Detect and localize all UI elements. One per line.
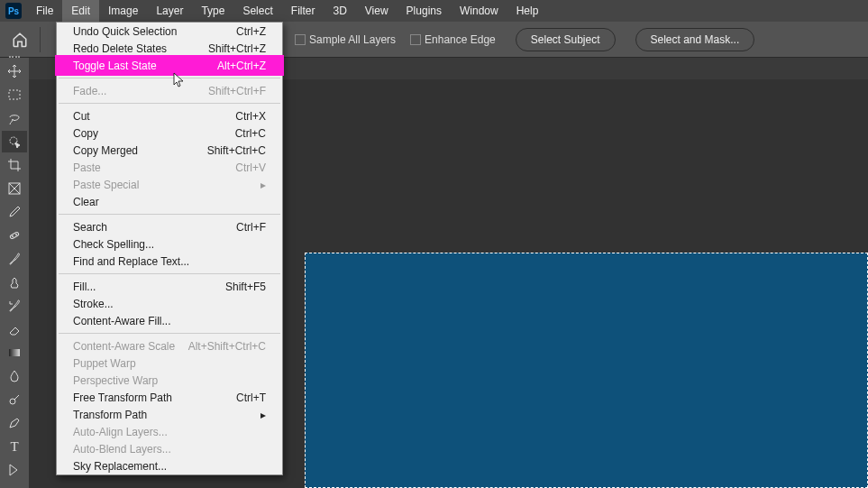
menu-3d[interactable]: 3D: [324, 0, 355, 22]
menu-window[interactable]: Window: [451, 0, 507, 22]
tool-clone[interactable]: [2, 272, 27, 293]
tool-eyedropper[interactable]: [2, 201, 27, 223]
tool-move[interactable]: [2, 60, 27, 82]
edit-menu-item[interactable]: Undo Quick SelectionCtrl+Z: [57, 23, 282, 40]
menu-item-label: Redo Delete States: [73, 42, 167, 55]
menu-select[interactable]: Select: [233, 0, 281, 22]
menu-separator: [59, 273, 280, 274]
edit-menu-item[interactable]: Check Spelling...: [57, 235, 282, 253]
menu-item-label: Stroke...: [73, 298, 114, 310]
tool-blur[interactable]: [2, 365, 27, 387]
tool-path[interactable]: [2, 459, 27, 481]
menu-item-label: Fade...: [73, 85, 106, 97]
submenu-arrow-icon: ▸: [260, 179, 266, 191]
tool-marquee[interactable]: [2, 84, 27, 106]
canvas-selection[interactable]: [305, 253, 868, 488]
edit-menu-item[interactable]: Stroke...: [57, 295, 282, 312]
edit-menu-item[interactable]: Toggle Last StateAlt+Ctrl+Z: [57, 57, 282, 74]
tool-brush[interactable]: [2, 248, 27, 270]
menu-file[interactable]: File: [27, 0, 62, 22]
menu-item-label: Paste Special: [73, 179, 139, 191]
submenu-arrow-icon: ▸: [260, 409, 266, 421]
svg-rect-3: [10, 232, 20, 239]
menu-item-label: Perspective Warp: [73, 374, 158, 387]
enhance-edge-checkbox[interactable]: Enhance Edge: [410, 33, 496, 46]
menu-item-label: Search: [73, 221, 107, 234]
tool-dodge[interactable]: [2, 389, 27, 410]
menu-item-label: Cut: [73, 110, 90, 123]
edit-menu-item[interactable]: SearchCtrl+F: [57, 218, 282, 235]
edit-menu-item[interactable]: Redo Delete StatesShift+Ctrl+Z: [57, 40, 282, 57]
menu-edit[interactable]: Edit: [62, 0, 99, 22]
type-icon: T: [10, 439, 18, 455]
menu-item-label: Undo Quick Selection: [73, 25, 177, 38]
edit-menu-item[interactable]: Free Transform PathCtrl+T: [57, 389, 282, 406]
menu-item-label: Sky Replacement...: [73, 460, 167, 473]
menu-item-shortcut: Shift+Ctrl+F: [208, 85, 266, 97]
edit-menu-item: Content-Aware ScaleAlt+Shift+Ctrl+C: [57, 337, 282, 354]
edit-menu-item[interactable]: CopyCtrl+C: [57, 124, 282, 142]
sample-all-layers-label: Sample All Layers: [309, 33, 396, 46]
menu-separator: [59, 333, 280, 334]
svg-rect-0: [9, 90, 20, 99]
menu-filter[interactable]: Filter: [282, 0, 324, 22]
menu-item-label: Toggle Last State: [73, 60, 157, 72]
tool-gradient[interactable]: [2, 342, 27, 364]
sample-all-layers-checkbox[interactable]: Sample All Layers: [295, 33, 396, 46]
menu-plugins[interactable]: Plugins: [397, 0, 451, 22]
edit-menu-item[interactable]: Copy MergedShift+Ctrl+C: [57, 142, 282, 159]
menu-item-shortcut: Shift+F5: [225, 281, 266, 293]
tool-pen[interactable]: [2, 412, 27, 434]
edit-menu-item: Perspective Warp: [57, 372, 282, 389]
tool-eraser[interactable]: [2, 318, 27, 340]
menu-view[interactable]: View: [356, 0, 397, 22]
enhance-edge-label: Enhance Edge: [425, 33, 496, 46]
edit-menu-item[interactable]: Content-Aware Fill...: [57, 312, 282, 329]
menu-item-label: Content-Aware Scale: [73, 340, 175, 353]
home-button[interactable]: [7, 27, 32, 52]
tool-crop[interactable]: [2, 154, 27, 176]
edit-menu-item[interactable]: Clear: [57, 193, 282, 210]
edit-menu-item: Auto-Align Layers...: [57, 423, 282, 440]
edit-menu-item: Paste Special▸: [57, 176, 282, 193]
select-and-mask-button[interactable]: Select and Mask...: [635, 28, 755, 51]
menu-item-label: Auto-Blend Layers...: [73, 443, 171, 456]
menu-item-shortcut: Ctrl+T: [236, 391, 266, 404]
menu-item-shortcut: Ctrl+C: [235, 127, 266, 140]
tool-lasso[interactable]: [2, 107, 27, 129]
checkbox-icon: [295, 34, 306, 45]
menu-layer[interactable]: Layer: [147, 0, 192, 22]
menu-item-label: Auto-Align Layers...: [73, 426, 168, 438]
edit-menu-item[interactable]: Find and Replace Text...: [57, 253, 282, 270]
select-subject-button[interactable]: Select Subject: [516, 28, 616, 51]
menu-separator: [59, 78, 280, 78]
edit-menu-item[interactable]: Transform Path▸: [57, 406, 282, 423]
menu-item-shortcut: Ctrl+F: [236, 221, 266, 234]
menu-separator: [59, 103, 280, 104]
edit-menu-item: Fade...Shift+Ctrl+F: [57, 82, 282, 99]
edit-menu-item[interactable]: CutCtrl+X: [57, 107, 282, 124]
tool-quick-select[interactable]: [2, 131, 27, 152]
checkbox-icon: [410, 34, 421, 45]
edit-menu-item: Puppet Warp: [57, 354, 282, 372]
menu-image[interactable]: Image: [99, 0, 147, 22]
edit-menu-item[interactable]: Sky Replacement...: [57, 457, 282, 474]
tool-history-brush[interactable]: [2, 295, 27, 317]
edit-menu-item[interactable]: Fill...Shift+F5: [57, 278, 282, 295]
menu-item-shortcut: Ctrl+X: [235, 110, 266, 123]
menu-help[interactable]: Help: [507, 0, 548, 22]
tool-heal[interactable]: [2, 225, 27, 246]
menu-item-label: Free Transform Path: [73, 391, 172, 404]
menu-item-label: Copy: [73, 127, 98, 140]
svg-point-5: [15, 234, 16, 235]
selection-marquee: [305, 253, 868, 488]
menu-type[interactable]: Type: [192, 0, 233, 22]
menu-item-shortcut: Shift+Ctrl+Z: [208, 42, 266, 55]
tool-frame[interactable]: [2, 178, 27, 199]
tools-panel: T: [0, 58, 29, 488]
menu-item-shortcut: Shift+Ctrl+C: [207, 144, 266, 157]
edit-menu-dropdown: Undo Quick SelectionCtrl+ZRedo Delete St…: [56, 22, 283, 475]
menu-item-label: Paste: [73, 161, 101, 174]
tool-type[interactable]: T: [2, 436, 27, 457]
menu-item-label: Clear: [73, 196, 99, 208]
